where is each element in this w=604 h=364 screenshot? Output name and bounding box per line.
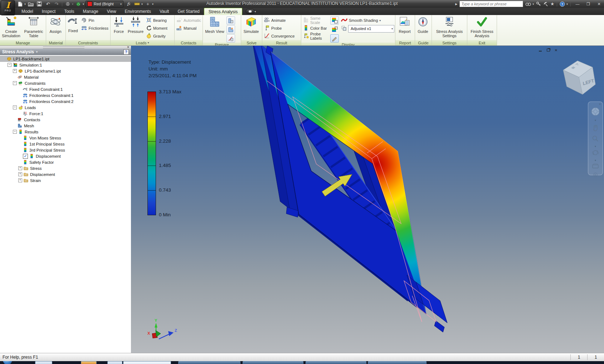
adjusted-scale-combobox[interactable]: Adjusted x1 ▾ <box>348 25 394 33</box>
bearing-button[interactable]: Bearing <box>145 16 169 24</box>
search-binoculars-icon[interactable] <box>525 2 531 6</box>
color-bar-button[interactable]: Color Bar <box>302 24 330 32</box>
panel-label-solve[interactable]: Solve <box>241 40 262 45</box>
tree-item-mesh[interactable]: Mesh <box>0 123 131 129</box>
tree-item-displacement[interactable]: ✓Displacement <box>0 153 131 159</box>
tree-item-material[interactable]: Material <box>0 74 131 80</box>
viewcube[interactable]: LEFT <box>555 56 598 98</box>
local-mesh-control-button[interactable] <box>226 25 235 34</box>
expander-minus-icon[interactable]: − <box>8 63 11 67</box>
tree-item-loads[interactable]: −Loads <box>0 104 131 110</box>
expander-minus-icon[interactable]: − <box>13 81 17 85</box>
favorites-star-icon[interactable]: ★ <box>550 1 554 6</box>
expander-plus-icon[interactable]: + <box>18 178 22 182</box>
orbit-icon[interactable] <box>591 149 599 158</box>
tree-item-fixed-constraint-1[interactable]: Fixed Constraint:1 <box>0 86 131 92</box>
guide-button[interactable]: Guide <box>416 16 430 34</box>
stress-analysis-settings-button[interactable]: Stress Analysis Settings <box>433 16 466 38</box>
tree-item-contacts[interactable]: Contacts <box>0 117 131 123</box>
tree-item-frictionless-constraint-1[interactable]: Frictionless Constraint:1 <box>0 92 131 98</box>
minimum-result-button[interactable] <box>330 25 339 34</box>
expander-plus-icon[interactable]: + <box>18 166 22 170</box>
panel-label-report[interactable]: Report <box>395 40 415 45</box>
tree-item-stress[interactable]: +Stress <box>0 165 131 171</box>
pin-button[interactable]: Pin <box>80 16 109 24</box>
graphics-viewport[interactable]: ✕ Type: Displacement Unit: mm 2/25/2011,… <box>131 46 604 353</box>
close-button[interactable]: ✕ <box>595 1 603 7</box>
tab-vault[interactable]: Vault <box>155 8 173 15</box>
zoom-dropdown-icon[interactable]: ▼ <box>594 145 597 148</box>
tree-item-3rd-principal-stress[interactable]: 3rd Principal Stress <box>0 147 131 153</box>
print-button[interactable] <box>64 1 71 7</box>
help-dropdown-icon[interactable]: ▾ <box>566 3 568 6</box>
return-button[interactable] <box>75 1 82 7</box>
displacement-display-button[interactable] <box>330 34 339 43</box>
tree-item-lp1-backframe1-ipt[interactable]: LP1-Backframe1.ipt <box>0 56 131 62</box>
taskbar-button[interactable] <box>178 361 240 364</box>
communication-center-icon[interactable] <box>543 1 548 6</box>
tab-environments[interactable]: Environments <box>121 8 155 15</box>
tree-item-frictionless-constraint-2[interactable]: Frictionless Constraint:2 <box>0 98 131 104</box>
wheel-dropdown-icon[interactable]: ▼ <box>594 119 597 122</box>
expand-arrow-icon[interactable]: ▸ <box>455 1 457 6</box>
same-scale-button[interactable]: Same Scale <box>302 16 330 24</box>
tree-item-safety-factor[interactable]: Safety Factor <box>0 159 131 165</box>
tree-item-force-1[interactable]: Force:1 <box>0 110 131 117</box>
tree-item-constraints[interactable]: −Constraints <box>0 80 131 86</box>
manual-contacts-button[interactable]: Manual <box>175 24 202 32</box>
tab-manage[interactable]: Manage <box>78 8 102 15</box>
browser-header[interactable]: Stress Analysis ▼ ? <box>0 49 131 55</box>
tree-item-displacement[interactable]: +Displacement <box>0 171 131 177</box>
panel-label-constraints[interactable]: Constraints <box>66 40 110 45</box>
panel-label-settings[interactable]: Settings <box>432 40 467 45</box>
animate-button[interactable]: Animate <box>263 16 296 24</box>
browser-grip[interactable]: ✕ <box>0 46 131 49</box>
doc-close-icon[interactable]: ✕ <box>553 48 559 52</box>
result-checkbox[interactable]: ✓ <box>23 154 28 159</box>
doc-minimize-icon[interactable] <box>537 48 543 52</box>
taskbar-icon[interactable] <box>107 361 122 364</box>
force-button[interactable]: Force <box>111 16 126 34</box>
expander-minus-icon[interactable]: − <box>13 105 17 109</box>
probe-button[interactable]: Probe <box>263 24 296 32</box>
panel-label-result[interactable]: Result <box>262 40 301 45</box>
moment-button[interactable]: Moment <box>145 24 169 32</box>
orbit-dropdown-icon[interactable]: ▼ <box>594 159 597 162</box>
measure-button[interactable] <box>133 1 141 7</box>
browser-close-icon[interactable]: ✕ <box>127 45 130 49</box>
tree-item-simulation-1[interactable]: −Simulation:1 <box>0 62 131 68</box>
taskbar-button[interactable] <box>306 361 366 364</box>
panel-label-material[interactable]: Material <box>46 40 65 45</box>
browser-header-dropdown-icon[interactable]: ▼ <box>35 50 38 54</box>
tab-tools[interactable]: Tools <box>60 8 78 15</box>
stress-model[interactable] <box>252 46 447 332</box>
taskbar-icon[interactable] <box>81 361 97 364</box>
panel-label-guide[interactable]: Guide <box>415 40 432 45</box>
panel-label-contacts[interactable]: Contacts <box>175 40 203 45</box>
taskbar-button[interactable] <box>123 361 171 364</box>
maximum-result-button[interactable] <box>330 16 339 25</box>
color-override-dropdown[interactable]: Red (Bright ▾ <box>86 1 123 8</box>
open-button[interactable] <box>27 1 34 7</box>
tree-item-1st-principal-stress[interactable]: 1st Principal Stress <box>0 141 131 147</box>
return-dropdown-icon[interactable]: ▾ <box>83 3 84 6</box>
start-button[interactable] <box>3 361 12 364</box>
tree-item-strain[interactable]: +Strain <box>0 177 131 183</box>
finish-stress-analysis-button[interactable]: Finish Stress Analysis <box>468 16 496 38</box>
assistant-icon[interactable]: ▾ <box>246 8 256 15</box>
gravity-button[interactable]: Gravity <box>145 32 169 40</box>
navbar-customize-icon[interactable] <box>593 172 598 179</box>
undo-button[interactable]: ↶ <box>44 1 52 7</box>
zoom-icon[interactable] <box>592 135 599 144</box>
restore-button[interactable]: ❐ <box>584 1 593 7</box>
search-dropdown-icon[interactable]: ▾ <box>532 3 534 6</box>
minimize-button[interactable]: — <box>573 1 582 7</box>
help-icon[interactable]: ? <box>560 1 565 7</box>
add-qat-button[interactable]: ＋ <box>144 1 151 7</box>
taskbar-button[interactable] <box>368 361 427 364</box>
tree-item-results[interactable]: −Results <box>0 129 131 135</box>
tree-item-von-mises-stress[interactable]: Von Mises Stress <box>0 135 131 141</box>
key-icon[interactable] <box>536 1 541 6</box>
report-button[interactable]: Report <box>396 16 413 34</box>
automatic-contacts-button[interactable]: Automatic <box>175 16 202 24</box>
